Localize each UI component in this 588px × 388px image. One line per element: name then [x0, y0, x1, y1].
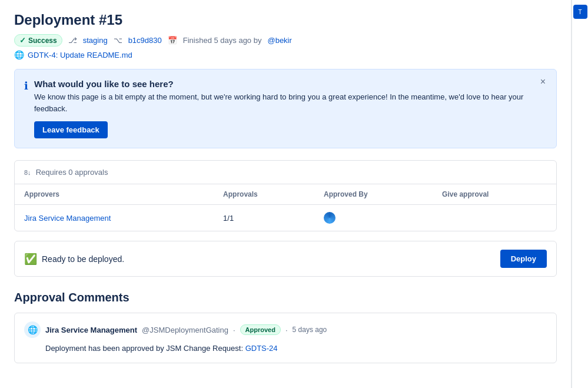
- page-title: Deployment #15: [14, 12, 557, 28]
- globe-icon: 🌐: [14, 50, 24, 59]
- comments-section: Approval Comments 🌐 Jira Service Managem…: [14, 291, 557, 363]
- jira-link[interactable]: GDTS-24: [245, 344, 278, 353]
- author-link[interactable]: @bekir: [267, 36, 291, 45]
- approvals-header-text: Requires 0 approvals: [36, 168, 108, 177]
- approved-by-cell: [314, 205, 433, 231]
- approvals-count: 1/1: [214, 205, 314, 231]
- info-icon: ℹ: [24, 79, 28, 92]
- comment-header: 🌐 Jira Service Management @JSMDeployment…: [24, 321, 547, 338]
- comment-separator2: ·: [285, 326, 288, 334]
- col-approvers: Approvers: [15, 184, 214, 205]
- sidebar-icon[interactable]: T: [573, 5, 587, 19]
- col-give-approval: Give approval: [433, 184, 556, 205]
- status-badge: ✓ Success: [14, 34, 62, 47]
- col-approved-by: Approved By: [314, 184, 433, 205]
- ready-icon: ✅: [24, 253, 37, 266]
- commenter-handle: @JSMDeploymentGating: [142, 326, 228, 334]
- finished-text: Finished 5 days ago by: [183, 36, 262, 45]
- table-row: Jira Service Management 1/1: [15, 205, 556, 231]
- commenter-avatar: 🌐: [24, 321, 41, 338]
- feedback-button[interactable]: Leave feedback: [34, 121, 108, 138]
- ready-bar: ✅ Ready to be deployed. Deploy: [14, 241, 557, 277]
- branch-link[interactable]: staging: [83, 36, 108, 45]
- check-icon: ✓: [19, 36, 26, 45]
- banner-body: What would you like to see here? We know…: [34, 79, 547, 138]
- status-label: Success: [28, 37, 57, 45]
- banner-title: What would you like to see here?: [34, 79, 547, 89]
- main-content: Deployment #15 ✓ Success ⎇ staging ⌥ b1c…: [0, 0, 572, 388]
- comment-box: 🌐 Jira Service Management @JSMDeployment…: [14, 313, 557, 363]
- close-button[interactable]: ×: [537, 75, 549, 88]
- calendar-icon: 📅: [168, 36, 177, 45]
- banner-header: ℹ What would you like to see here? We kn…: [24, 79, 547, 138]
- comment-time: 5 days ago: [293, 326, 327, 334]
- ready-text: Ready to be deployed.: [42, 254, 124, 264]
- branch-icon: ⎇: [68, 36, 77, 45]
- give-approval-cell: [433, 205, 556, 231]
- status-row: ✓ Success ⎇ staging ⌥ b1c9d830 📅 Finishe…: [14, 34, 557, 47]
- commenter-name: Jira Service Management: [45, 326, 137, 334]
- commit-icon: ⌥: [114, 36, 122, 45]
- deploy-button[interactable]: Deploy: [500, 250, 547, 268]
- approver-name: Jira Service Management: [15, 205, 214, 231]
- approver-link[interactable]: Jira Service Management: [24, 214, 111, 223]
- col-approvals: Approvals: [214, 184, 314, 205]
- task-row: 🌐 GDTK-4: Update README.md: [14, 50, 557, 59]
- comment-separator: ·: [233, 326, 235, 334]
- task-link[interactable]: GDTK-4: Update README.md: [28, 51, 132, 59]
- table-header-row: Approvers Approvals Approved By Give app…: [15, 184, 556, 205]
- approvals-table: Approvers Approvals Approved By Give app…: [15, 184, 556, 231]
- chevron-icon: 8↓: [24, 169, 31, 176]
- ready-status: ✅ Ready to be deployed.: [24, 253, 124, 266]
- right-sidebar: T: [572, 0, 588, 388]
- info-banner: × ℹ What would you like to see here? We …: [14, 69, 557, 148]
- commit-link[interactable]: b1c9d830: [128, 36, 162, 45]
- approvals-section: 8↓ Requires 0 approvals Approvers Approv…: [14, 160, 557, 231]
- comments-title: Approval Comments: [14, 291, 557, 304]
- banner-text: We know this page is a bit empty at the …: [34, 91, 547, 114]
- approver-avatar-icon: [324, 212, 335, 224]
- approvals-header: 8↓ Requires 0 approvals: [15, 161, 556, 184]
- comment-body: Deployment has been approved by JSM Chan…: [24, 343, 547, 354]
- approved-badge: Approved: [240, 324, 281, 335]
